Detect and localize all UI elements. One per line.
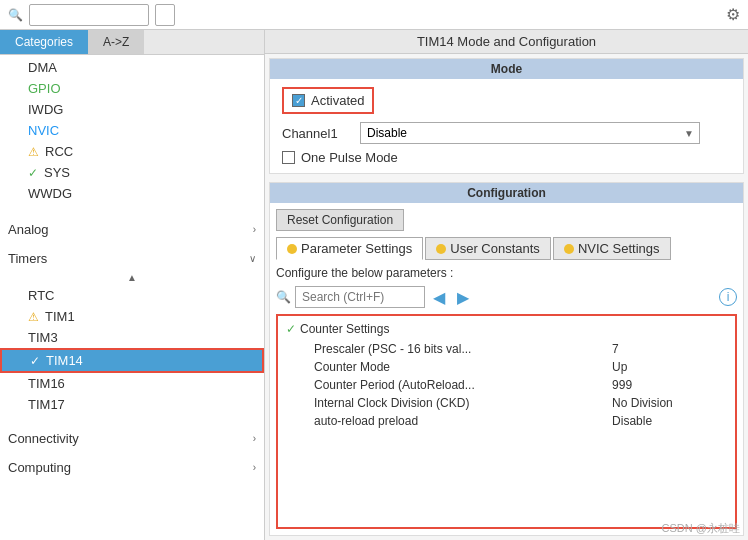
counter-settings: ✓ Counter Settings Prescaler (PSC - 16 b… (276, 314, 737, 529)
param-value: 999 (600, 376, 727, 394)
sidebar-item-iwdg[interactable]: IWDG (0, 99, 264, 120)
channel1-select[interactable]: Disable Enable (360, 122, 700, 144)
main-layout: Categories A->Z DMA GPIO IWDG NVIC ⚠RCC … (0, 30, 748, 540)
counter-settings-header: ✓ Counter Settings (286, 322, 727, 336)
connectivity-label: Connectivity (8, 431, 79, 446)
mode-section: Mode ✓ Activated Channel1 Disable Enable (269, 58, 744, 174)
sidebar-item-tim17[interactable]: TIM17 (0, 394, 264, 415)
one-pulse-checkbox[interactable] (282, 151, 295, 164)
sidebar: Categories A->Z DMA GPIO IWDG NVIC ⚠RCC … (0, 30, 265, 540)
config-body: Reset Configuration Parameter Settings U… (270, 203, 743, 535)
tab-dot-parameter (287, 244, 297, 254)
reset-config-button[interactable]: Reset Configuration (276, 209, 404, 231)
warn-icon-rcc: ⚠ (28, 145, 39, 159)
table-row: auto-reload preloadDisable (286, 412, 727, 430)
param-name: Counter Mode (286, 358, 600, 376)
search-icon-top: 🔍 (8, 8, 23, 22)
table-row: Counter Period (AutoReload...999 (286, 376, 727, 394)
tab-nvic-label: NVIC Settings (578, 241, 660, 256)
computing-expand-icon: › (253, 462, 256, 473)
tab-dot-nvic (564, 244, 574, 254)
tab-user-label: User Constants (450, 241, 540, 256)
sidebar-group-analog[interactable]: Analog › (0, 216, 264, 241)
sidebar-direct-items: DMA GPIO IWDG NVIC ⚠RCC ✓SYS WWDG (0, 55, 264, 206)
tab-dot-user (436, 244, 446, 254)
sidebar-group-connectivity[interactable]: Connectivity › (0, 425, 264, 450)
analog-label: Analog (8, 222, 48, 237)
one-pulse-row: One Pulse Mode (282, 150, 731, 165)
sidebar-item-gpio[interactable]: GPIO (0, 78, 264, 99)
activated-label: Activated (311, 93, 364, 108)
sidebar-item-dma[interactable]: DMA (0, 57, 264, 78)
param-name: auto-reload preload (286, 412, 600, 430)
sidebar-item-wwdg[interactable]: WWDG (0, 183, 264, 204)
param-value: No Division (600, 394, 727, 412)
config-tabs: Parameter Settings User Constants NVIC S… (276, 237, 737, 260)
search-row-icon: 🔍 (276, 290, 291, 304)
channel1-select-wrapper: Disable Enable (360, 122, 700, 144)
check-icon-tim14: ✓ (30, 354, 40, 368)
param-name: Prescaler (PSC - 16 bits val... (286, 340, 600, 358)
one-pulse-label: One Pulse Mode (301, 150, 398, 165)
sidebar-item-sys[interactable]: ✓SYS (0, 162, 264, 183)
tab-nvic-settings[interactable]: NVIC Settings (553, 237, 671, 260)
table-row: Counter ModeUp (286, 358, 727, 376)
sidebar-item-tim1[interactable]: ⚠TIM1 (0, 306, 264, 327)
sidebar-item-rtc[interactable]: RTC (0, 285, 264, 306)
sidebar-item-tim14[interactable]: ✓TIM14 (0, 348, 264, 373)
sidebar-item-nvic[interactable]: NVIC (0, 120, 264, 141)
timers-label: Timers (8, 251, 47, 266)
channel1-label: Channel1 (282, 126, 352, 141)
info-icon[interactable]: i (719, 288, 737, 306)
sidebar-item-tim3[interactable]: TIM3 (0, 327, 264, 348)
right-panel: TIM14 Mode and Configuration Mode ✓ Acti… (265, 30, 748, 540)
top-search-input[interactable] (29, 4, 149, 26)
mode-header: Mode (270, 59, 743, 79)
config-header: Configuration (270, 183, 743, 203)
gear-icon[interactable]: ⚙ (726, 5, 740, 24)
table-row: Prescaler (PSC - 16 bits val...7 (286, 340, 727, 358)
watermark: CSDN @永桩哇 (662, 521, 740, 536)
param-value: Disable (600, 412, 727, 430)
sidebar-group-computing[interactable]: Computing › (0, 454, 264, 479)
counter-settings-title: Counter Settings (300, 322, 389, 336)
analog-expand-icon: › (253, 224, 256, 235)
scroll-up-arrow[interactable]: ▲ (0, 270, 264, 285)
mode-body: ✓ Activated Channel1 Disable Enable (270, 79, 743, 173)
panel-title: TIM14 Mode and Configuration (265, 30, 748, 54)
nav-next-icon[interactable]: ▶ (453, 288, 473, 307)
sidebar-item-tim16[interactable]: TIM16 (0, 373, 264, 394)
channel1-row: Channel1 Disable Enable (282, 122, 731, 144)
nav-prev-icon[interactable]: ◀ (429, 288, 449, 307)
check-icon-sys: ✓ (28, 166, 38, 180)
counter-table: Prescaler (PSC - 16 bits val...7Counter … (286, 340, 727, 430)
tab-user-constants[interactable]: User Constants (425, 237, 551, 260)
tab-parameter-label: Parameter Settings (301, 241, 412, 256)
timers-collapse-icon: ∨ (249, 253, 256, 264)
sidebar-item-rcc[interactable]: ⚠RCC (0, 141, 264, 162)
params-search-input[interactable] (295, 286, 425, 308)
activated-row: ✓ Activated (282, 87, 374, 114)
param-value: 7 (600, 340, 727, 358)
counter-check-icon: ✓ (286, 322, 296, 336)
top-bar: 🔍 ⚙ (0, 0, 748, 30)
computing-label: Computing (8, 460, 71, 475)
sidebar-tab-atoz[interactable]: A->Z (88, 30, 144, 54)
search-row: 🔍 ◀ ▶ i (276, 286, 737, 308)
search-dropdown[interactable] (155, 4, 175, 26)
config-section: Configuration Reset Configuration Parame… (269, 182, 744, 536)
table-row: Internal Clock Division (CKD)No Division (286, 394, 727, 412)
sidebar-group-timers[interactable]: Timers ∨ (0, 245, 264, 270)
param-name: Internal Clock Division (CKD) (286, 394, 600, 412)
warn-icon-tim1: ⚠ (28, 310, 39, 324)
sidebar-tabs: Categories A->Z (0, 30, 264, 55)
activated-checkbox[interactable]: ✓ (292, 94, 305, 107)
connectivity-expand-icon: › (253, 433, 256, 444)
param-name: Counter Period (AutoReload... (286, 376, 600, 394)
config-params-label: Configure the below parameters : (276, 266, 737, 280)
sidebar-tab-categories[interactable]: Categories (0, 30, 88, 54)
param-value: Up (600, 358, 727, 376)
tab-parameter-settings[interactable]: Parameter Settings (276, 237, 423, 260)
